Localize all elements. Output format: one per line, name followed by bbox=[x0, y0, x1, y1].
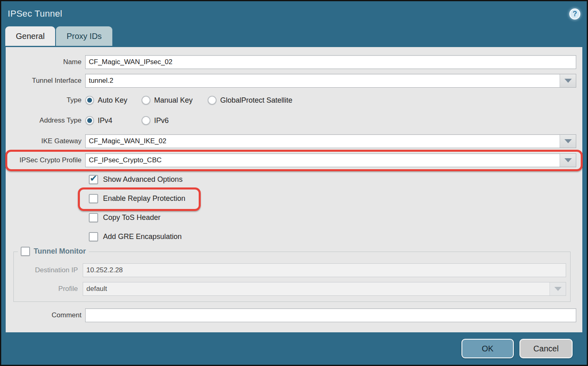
ipsec-crypto-profile-value[interactable]: CF_IPsec_Crypto_CBC bbox=[86, 154, 560, 167]
general-tab-panel: Name Tunnel Interface tunnel.2 Type Auto… bbox=[6, 47, 582, 332]
profile-label: Profile bbox=[14, 285, 83, 293]
tab-bar: General Proxy IDs bbox=[1, 26, 587, 46]
address-type-row: Address Type IPv4 IPv6 bbox=[6, 114, 576, 127]
radio-ipv6-label: IPv6 bbox=[154, 116, 169, 125]
tunnel-interface-select[interactable]: tunnel.2 bbox=[85, 74, 576, 88]
add-gre-encapsulation-row: Add GRE Encapsulation bbox=[6, 231, 576, 242]
add-gre-encapsulation-label: Add GRE Encapsulation bbox=[103, 233, 182, 241]
destination-ip-label: Destination IP bbox=[14, 266, 83, 274]
name-input[interactable] bbox=[85, 55, 576, 69]
radio-ipv4-label: IPv4 bbox=[98, 116, 112, 125]
chevron-down-icon bbox=[564, 139, 572, 143]
checkbox-enable-replay-protection[interactable] bbox=[89, 194, 98, 203]
tunnel-interface-row: Tunnel Interface tunnel.2 bbox=[6, 74, 576, 88]
radio-globalprotect-satellite[interactable] bbox=[208, 96, 217, 105]
comment-input[interactable] bbox=[85, 308, 576, 322]
dialog-footer: OK Cancel bbox=[1, 332, 587, 365]
radio-option-globalprotect-satellite: GlobalProtect Satellite bbox=[208, 96, 292, 105]
radio-option-auto-key: Auto Key bbox=[85, 96, 142, 105]
checkbox-copy-tos-header[interactable] bbox=[89, 213, 98, 222]
dialog-title: IPSec Tunnel bbox=[8, 9, 62, 19]
tunnel-interface-label: Tunnel Interface bbox=[6, 77, 85, 85]
show-advanced-options-row: ✔ Show Advanced Options bbox=[6, 174, 576, 185]
radio-option-ipv6: IPv6 bbox=[142, 116, 169, 125]
radio-auto-key[interactable] bbox=[85, 96, 94, 105]
ipsec-crypto-profile-row: IPSec Crypto Profile CF_IPsec_Crypto_CBC bbox=[6, 153, 576, 167]
type-row: Type Auto Key Manual Key GlobalProtect S… bbox=[6, 94, 576, 106]
comment-row: Comment bbox=[6, 308, 576, 322]
tunnel-monitor-legend: Tunnel Monitor bbox=[18, 247, 89, 256]
tunnel-monitor-label: Tunnel Monitor bbox=[34, 247, 86, 256]
tunnel-interface-value[interactable]: tunnel.2 bbox=[86, 74, 560, 87]
checkbox-show-advanced-options[interactable]: ✔ bbox=[89, 175, 98, 184]
ipsec-crypto-profile-dropdown-button[interactable] bbox=[560, 154, 576, 167]
cancel-button[interactable]: Cancel bbox=[519, 339, 573, 358]
enable-replay-protection-label: Enable Replay Protection bbox=[103, 194, 185, 203]
radio-selected-dot bbox=[87, 118, 92, 123]
ok-button[interactable]: OK bbox=[461, 339, 514, 358]
tunnel-interface-dropdown-button[interactable] bbox=[560, 74, 576, 87]
radio-ipv6[interactable] bbox=[142, 116, 150, 125]
ipsec-crypto-profile-label: IPSec Crypto Profile bbox=[6, 156, 85, 164]
ike-gateway-select[interactable]: CF_Magic_WAN_IKE_02 bbox=[85, 134, 576, 148]
tab-proxy-ids[interactable]: Proxy IDs bbox=[56, 26, 112, 46]
ipsec-crypto-profile-select[interactable]: CF_IPsec_Crypto_CBC bbox=[85, 153, 576, 167]
checkbox-add-gre-encapsulation[interactable] bbox=[89, 232, 98, 241]
name-label: Name bbox=[6, 58, 85, 66]
radio-manual-key[interactable] bbox=[142, 96, 150, 105]
radio-globalprotect-satellite-label: GlobalProtect Satellite bbox=[220, 96, 292, 105]
profile-select: default bbox=[83, 282, 566, 296]
comment-label: Comment bbox=[6, 311, 85, 319]
tab-general[interactable]: General bbox=[5, 26, 55, 46]
chevron-down-icon bbox=[554, 287, 562, 291]
checkmark-icon: ✔ bbox=[90, 174, 97, 183]
profile-dropdown-button bbox=[549, 282, 566, 295]
show-advanced-options-label: Show Advanced Options bbox=[103, 175, 182, 184]
ike-gateway-row: IKE Gateway CF_Magic_WAN_IKE_02 bbox=[6, 134, 576, 148]
profile-value: default bbox=[83, 282, 549, 295]
profile-row: Profile default bbox=[14, 282, 566, 296]
radio-option-manual-key: Manual Key bbox=[142, 96, 208, 105]
tunnel-monitor-fieldset: Tunnel Monitor Destination IP 10.252.2.2… bbox=[13, 252, 571, 302]
ike-gateway-value[interactable]: CF_Magic_WAN_IKE_02 bbox=[86, 135, 560, 148]
ike-gateway-label: IKE Gateway bbox=[6, 137, 85, 145]
dialog-titlebar: IPSec Tunnel ? bbox=[1, 1, 587, 26]
ipsec-tunnel-dialog: IPSec Tunnel ? General Proxy IDs Name Tu… bbox=[0, 0, 588, 366]
radio-option-ipv4: IPv4 bbox=[85, 116, 142, 125]
copy-tos-header-row: Copy ToS Header bbox=[6, 212, 576, 223]
address-type-label: Address Type bbox=[6, 116, 85, 125]
radio-ipv4[interactable] bbox=[85, 116, 94, 125]
name-row: Name bbox=[6, 55, 576, 69]
radio-auto-key-label: Auto Key bbox=[98, 96, 127, 105]
checkbox-tunnel-monitor[interactable] bbox=[21, 247, 30, 256]
radio-selected-dot bbox=[87, 98, 92, 103]
chevron-down-icon bbox=[564, 158, 572, 162]
chevron-down-icon bbox=[564, 79, 572, 83]
copy-tos-header-label: Copy ToS Header bbox=[103, 213, 161, 222]
enable-replay-protection-row: Enable Replay Protection bbox=[6, 193, 576, 204]
help-icon[interactable]: ? bbox=[569, 9, 580, 19]
ike-gateway-dropdown-button[interactable] bbox=[560, 135, 576, 148]
destination-ip-row: Destination IP 10.252.2.28 bbox=[14, 263, 566, 277]
destination-ip-input: 10.252.2.28 bbox=[83, 263, 566, 277]
radio-manual-key-label: Manual Key bbox=[154, 96, 193, 105]
type-label: Type bbox=[6, 96, 85, 104]
